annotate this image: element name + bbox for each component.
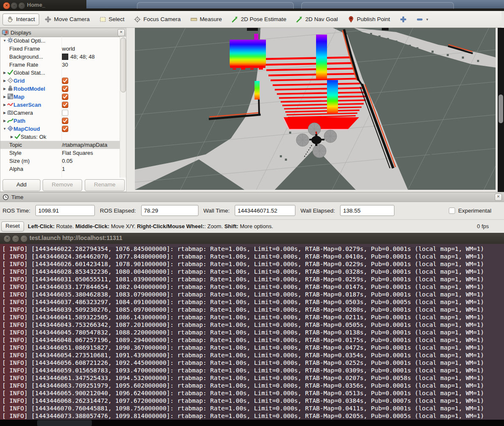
toolbar-button-interact[interactable]: Interact xyxy=(3,13,39,25)
display-label: Camera xyxy=(13,110,33,116)
display-value[interactable] xyxy=(62,85,68,93)
window-close-button[interactable]: ✕ xyxy=(3,2,10,9)
expander-closed-icon[interactable]: ▶ xyxy=(2,111,7,115)
display-value[interactable] xyxy=(62,109,68,117)
displays-panel-header[interactable]: Displays ✕ xyxy=(0,28,126,37)
display-value[interactable]: 48; 48; 48 xyxy=(62,53,95,61)
display-value[interactable]: 1 xyxy=(62,165,65,173)
terminal-titlebar[interactable]: ✕ − ▫ test.launch http://localhost:11311 xyxy=(0,233,504,244)
toolbar-button-publish-point[interactable]: Publish Point xyxy=(343,13,394,25)
toolbar-button-focus-camera[interactable]: Focus Camera xyxy=(130,13,185,25)
expander-closed-icon[interactable]: ▶ xyxy=(2,87,7,91)
display-row-topic[interactable]: Topic/rtabmap/mapData xyxy=(0,141,120,149)
display-row-background[interactable]: Background...48; 48; 48 xyxy=(0,53,120,61)
display-value[interactable]: Flat Squares xyxy=(62,149,93,157)
toolbar-button-move-camera[interactable]: Move Camera xyxy=(40,13,94,25)
terminal-body[interactable]: [ INFO] [1443446022.282794354, 1076.8450… xyxy=(0,244,504,420)
expander-closed-icon[interactable]: ▶ xyxy=(9,135,14,139)
display-value[interactable] xyxy=(62,125,68,133)
terminal-minimize-button[interactable]: − xyxy=(12,235,19,243)
enabled-checkbox-unchecked[interactable] xyxy=(62,110,68,116)
toolbar-button-nav-goal[interactable]: 2D Nav Goal xyxy=(292,13,342,25)
ros-time-input[interactable] xyxy=(35,205,95,216)
map-icon xyxy=(7,93,13,101)
wall-time-input[interactable] xyxy=(235,205,295,216)
display-row-style[interactable]: StyleFlat Squares xyxy=(0,149,120,157)
expander-closed-icon[interactable]: ▶ xyxy=(2,95,7,99)
display-row-frame-rate[interactable]: Frame Rate30 xyxy=(0,61,120,69)
display-value[interactable]: world xyxy=(62,45,75,53)
display-row-global-stat[interactable]: ▶Global Stat... xyxy=(0,69,120,77)
measure-icon xyxy=(190,16,197,23)
scrollbar-handle[interactable] xyxy=(499,94,503,123)
rename-display-button[interactable]: Rename xyxy=(85,179,125,191)
display-value[interactable] xyxy=(62,101,68,109)
remove-display-button[interactable]: Remove xyxy=(43,179,82,191)
3d-viewport[interactable] xyxy=(135,28,496,190)
display-row-mapcloud[interactable]: ▼MapCloud xyxy=(0,125,120,133)
displays-icon xyxy=(2,30,8,35)
window-titlebar[interactable]: ✕ − ▫ Home_ xyxy=(0,0,504,11)
add-display-button[interactable]: Add xyxy=(3,179,40,191)
toolbar-button-pose-estimate[interactable]: 2D Pose Estimate xyxy=(227,13,290,25)
close-icon: ✕ xyxy=(5,3,8,8)
display-row-laserscan[interactable]: ▶LaserScan xyxy=(0,101,120,109)
display-row-size-m[interactable]: Size (m)0.05 xyxy=(0,157,120,165)
displays-scrollbar[interactable] xyxy=(120,37,126,178)
terminal-close-button[interactable]: ✕ xyxy=(3,235,11,243)
time-panel-header[interactable]: Time ✕ xyxy=(0,192,504,202)
display-value[interactable] xyxy=(62,117,68,125)
experimental-checkbox[interactable] xyxy=(449,208,455,214)
minimize-icon: − xyxy=(13,3,15,8)
wall-elapsed-input[interactable] xyxy=(340,205,394,216)
display-row-map[interactable]: ▶Map xyxy=(0,93,120,101)
display-row-status-ok[interactable]: ▶Status: Ok xyxy=(0,133,120,141)
enabled-checkbox-checked[interactable] xyxy=(62,94,68,100)
help-text-segment: Shift: xyxy=(224,223,238,229)
display-row-camera[interactable]: ▶Camera xyxy=(0,109,120,117)
window-minimize-button[interactable]: − xyxy=(11,2,18,9)
enabled-checkbox-checked[interactable] xyxy=(62,86,68,92)
enabled-checkbox-checked[interactable] xyxy=(62,126,68,132)
experimental-option[interactable]: Experimental xyxy=(449,208,491,214)
log-line: [ INFO] [1443446068.262314472, 1097.6720… xyxy=(2,397,484,404)
toolbar-button-add-tool[interactable] xyxy=(396,13,411,25)
display-label: Style xyxy=(9,150,21,156)
display-value[interactable]: /rtabmap/mapData xyxy=(62,141,107,149)
display-row-robotmodel[interactable]: ▶RobotModel xyxy=(0,85,120,93)
enabled-checkbox-checked[interactable] xyxy=(62,78,68,84)
display-row-grid[interactable]: ▶Grid xyxy=(0,77,120,85)
display-label: Status: Ok xyxy=(21,134,46,140)
enabled-checkbox-checked[interactable] xyxy=(62,118,68,124)
toolbar-button-measure[interactable]: Measure xyxy=(186,13,226,25)
background-tab xyxy=(301,2,454,9)
enabled-checkbox-checked[interactable] xyxy=(62,102,68,108)
display-value[interactable]: 0.05 xyxy=(62,157,72,165)
expander-closed-icon[interactable]: ▶ xyxy=(2,119,7,123)
display-value[interactable] xyxy=(62,77,68,85)
display-row-path[interactable]: ▶Path xyxy=(0,117,120,125)
time-panel-close-button[interactable]: ✕ xyxy=(495,194,502,201)
display-row-alpha[interactable]: Alpha1 xyxy=(0,165,120,173)
terminal-window[interactable]: ✕ − ▫ test.launch http://localhost:11311… xyxy=(0,233,504,420)
display-value[interactable] xyxy=(62,93,68,101)
expander-open-icon[interactable]: ▼ xyxy=(2,127,7,131)
expander-open-icon[interactable]: ▼ xyxy=(2,39,7,43)
display-row-fixed-frame[interactable]: Fixed Frameworld xyxy=(0,45,120,53)
toolbar-button-remove-tool[interactable]: ▾ xyxy=(412,13,433,25)
expander-closed-icon[interactable]: ▶ xyxy=(2,103,7,107)
background-window-scrollbar[interactable] xyxy=(498,28,504,219)
reset-button[interactable]: Reset xyxy=(1,221,24,232)
displays-close-button[interactable]: ✕ xyxy=(118,29,125,36)
log-line: [ INFO] [1443446039.509230276, 1085.0970… xyxy=(2,306,484,313)
ros-elapsed-input[interactable] xyxy=(141,205,198,216)
scrollbar-handle[interactable] xyxy=(121,38,126,92)
window-maximize-button[interactable]: ▫ xyxy=(18,2,25,9)
select-icon xyxy=(99,16,106,23)
display-row-global-opti[interactable]: ▼Global Opti... xyxy=(0,37,120,45)
display-value[interactable]: 30 xyxy=(62,61,68,69)
expander-closed-icon[interactable]: ▶ xyxy=(2,79,7,83)
toolbar-button-select[interactable]: Select xyxy=(95,13,129,25)
expander-closed-icon[interactable]: ▶ xyxy=(2,71,7,75)
terminal-maximize-button[interactable]: ▫ xyxy=(20,235,28,243)
